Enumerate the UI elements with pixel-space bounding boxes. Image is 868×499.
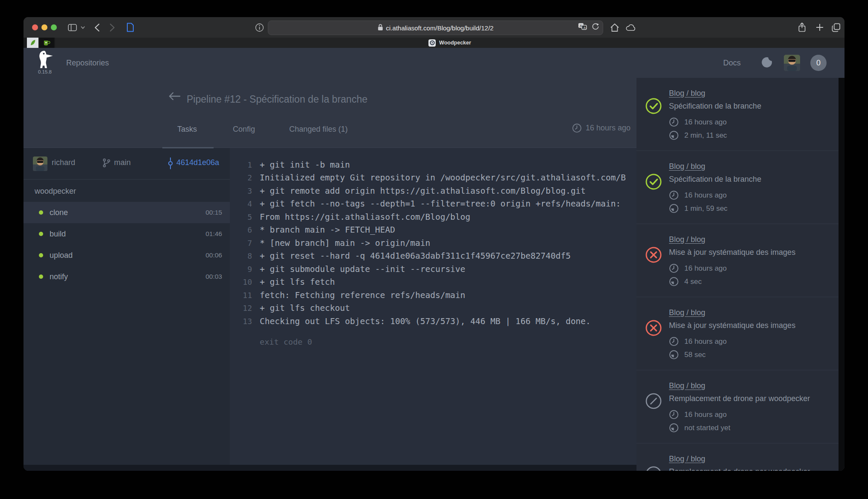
repo-link[interactable]: Blog / blog	[669, 162, 705, 171]
commit-hash-link[interactable]: 4614d1e06a	[176, 158, 219, 167]
tab-tasks[interactable]: Tasks	[177, 125, 197, 134]
build-meta: richard main 4614d1e06a	[23, 148, 230, 180]
repo-link[interactable]: Blog / blog	[669, 455, 705, 464]
branch-name[interactable]: main	[114, 158, 131, 167]
close-window-button[interactable]	[32, 24, 38, 30]
step-success-dot	[39, 253, 43, 257]
tab-changed-files[interactable]: Changed files (1)	[289, 125, 348, 134]
sidebar-toggle-icon[interactable]	[67, 22, 77, 32]
commit-message: Mise à jour systématique des images	[669, 248, 795, 257]
moon-icon[interactable]	[761, 56, 773, 70]
step-clone[interactable]: clone 00:15	[23, 202, 230, 223]
url-text: ci.athaliasoft.com/Blog/blog/build/12/2	[378, 24, 494, 32]
gitea-cup-icon	[43, 40, 50, 46]
build-entry[interactable]: Blog / blog Remplacement de drone par wo…	[636, 443, 839, 471]
clock-icon	[669, 117, 679, 127]
workflow-name: woodpecker	[23, 180, 230, 202]
duration-icon	[669, 277, 679, 286]
pinned-tab-feather[interactable]	[27, 38, 38, 48]
console-line: 6* branch main -> FETCH_HEAD	[238, 224, 636, 237]
build-entry[interactable]: Blog / blog Spécification de la branche …	[636, 151, 839, 224]
clock-icon	[572, 123, 582, 133]
pinned-tab-gitea[interactable]	[39, 38, 54, 48]
build-time: 16 hours ago	[684, 410, 727, 419]
version-label: 0.15.8	[35, 69, 54, 74]
share-icon[interactable]	[797, 22, 807, 32]
console-line: 11fetch: Fetching reference refs/heads/m…	[238, 289, 636, 302]
info-icon[interactable]	[254, 22, 264, 32]
recent-builds-sidebar: Blog / blog Spécification de la branche …	[636, 78, 845, 471]
nav-repositories-link[interactable]: Repositories	[66, 48, 109, 78]
repo-link[interactable]: Blog / blog	[669, 381, 705, 390]
failure-icon	[645, 319, 662, 337]
pipeline-time: 16 hours ago	[572, 123, 630, 133]
build-entry[interactable]: Blog / blog Spécification de la branche …	[636, 81, 839, 151]
translate-icon[interactable]: Aあ	[578, 23, 587, 32]
console-line: 5From https://git.athaliasoft.com/Blog/b…	[238, 210, 636, 224]
pipeline-header: Pipeline #12 - Spécification de la branc…	[23, 78, 636, 148]
commit-message: Mise à jour systématique des images	[669, 321, 795, 330]
console-line: 9+ git submodule update --init --recursi…	[238, 263, 636, 276]
address-bar[interactable]: ci.athaliasoft.com/Blog/blog/build/12/2 …	[268, 21, 603, 35]
build-time: 16 hours ago	[684, 264, 727, 273]
duration-icon	[669, 204, 679, 213]
build-duration: 58 sec	[684, 351, 706, 359]
step-upload[interactable]: upload 00:06	[23, 245, 230, 266]
repo-link[interactable]: Blog / blog	[669, 308, 705, 317]
build-entry[interactable]: Blog / blog Remplacement de drone par wo…	[636, 370, 839, 443]
failure-icon	[645, 246, 662, 263]
success-icon	[645, 97, 662, 115]
console-output[interactable]: 1+ git init -b main 2Initialized empty G…	[230, 148, 636, 465]
sidebar-scrollbar[interactable]	[839, 78, 845, 471]
commit-message: Remplacement de drone par woodpecker	[669, 467, 810, 471]
tab-overview-icon[interactable]	[831, 22, 841, 32]
build-entry[interactable]: Blog / blog Mise à jour systématique des…	[636, 224, 839, 297]
nav-docs-link[interactable]: Docs	[723, 48, 741, 78]
page-icon[interactable]	[125, 22, 135, 32]
clock-icon	[669, 263, 679, 273]
minimize-window-button[interactable]	[41, 24, 47, 30]
home-icon[interactable]	[610, 22, 620, 32]
reload-icon[interactable]	[592, 23, 599, 32]
tab-title: Woodpecker	[439, 40, 471, 46]
notification-badge[interactable]: 0	[810, 55, 827, 71]
author-avatar	[33, 156, 47, 171]
step-success-dot	[39, 210, 43, 215]
svg-text:A: A	[580, 24, 582, 28]
console-line: 4+ git fetch --no-tags --depth=1 --filte…	[238, 198, 636, 211]
step-success-dot	[39, 232, 43, 236]
console-line: 8+ git reset --hard -q 4614d1e06a3dabf31…	[238, 250, 636, 263]
success-icon	[645, 173, 662, 190]
step-build[interactable]: build 01:46	[23, 223, 230, 245]
commit-icon	[167, 156, 174, 172]
active-tab[interactable]: Woodpecker	[55, 38, 845, 48]
forward-button[interactable]	[107, 22, 117, 32]
app-body: Pipeline #12 - Spécification de la branc…	[23, 78, 845, 471]
back-button[interactable]	[92, 22, 102, 32]
build-duration: not started yet	[684, 424, 730, 432]
repo-link[interactable]: Blog / blog	[669, 89, 705, 98]
chevron-down-icon[interactable]	[80, 22, 86, 32]
duration-icon	[669, 350, 679, 360]
skipped-icon	[645, 466, 662, 471]
back-arrow-icon[interactable]	[168, 92, 181, 103]
step-notify[interactable]: notify 00:03	[23, 266, 230, 287]
browser-toolbar: ci.athaliasoft.com/Blog/blog/build/12/2 …	[23, 17, 845, 38]
new-tab-icon[interactable]	[815, 22, 825, 32]
build-entry[interactable]: Blog / blog Mise à jour systématique des…	[636, 297, 839, 370]
pipeline-main: Pipeline #12 - Spécification de la branc…	[23, 78, 636, 471]
console-line: 10+ git lfs fetch	[238, 276, 636, 289]
skipped-icon	[645, 393, 662, 410]
commit-message: Spécification de la branche	[669, 175, 761, 184]
steps-panel: richard main 4614d1e06a woodpecker	[23, 148, 230, 465]
repo-link[interactable]: Blog / blog	[669, 235, 705, 244]
console-line: 12+ git lfs checkout	[238, 302, 636, 315]
woodpecker-logo[interactable]: 0.15.8	[35, 50, 54, 74]
zoom-window-button[interactable]	[51, 24, 57, 30]
pipeline-title: Pipeline #12 - Spécification de la branc…	[187, 94, 367, 105]
user-avatar[interactable]	[784, 55, 800, 71]
cloud-icon[interactable]	[626, 22, 636, 32]
tab-config[interactable]: Config	[233, 125, 255, 134]
pipeline-workspace: richard main 4614d1e06a woodpecker	[23, 148, 636, 465]
exit-code: exit code 0	[260, 337, 636, 346]
